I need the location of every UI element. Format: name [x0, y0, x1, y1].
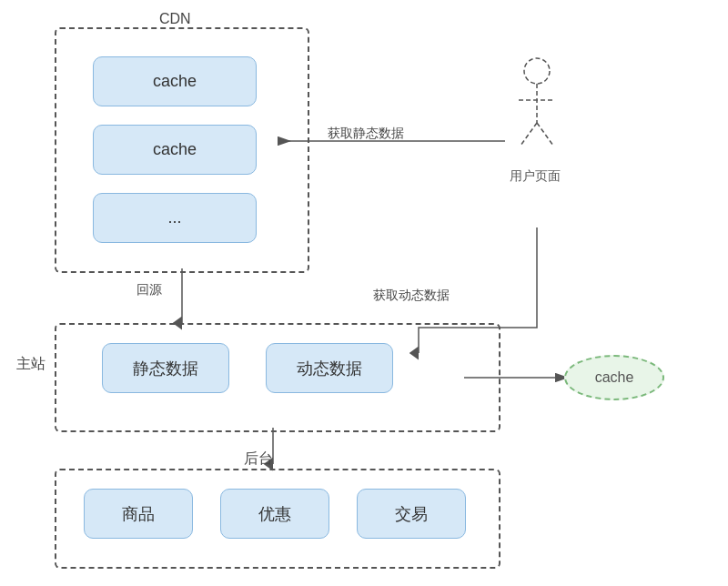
- svg-line-13: [537, 123, 553, 146]
- main-site-box: 静态数据 动态数据: [55, 323, 500, 432]
- get-static-label: 获取静态数据: [328, 126, 404, 142]
- svg-point-9: [524, 58, 550, 84]
- back-origin-label: 回源: [136, 282, 162, 298]
- cdn-label: CDN: [159, 11, 191, 27]
- main-site-label: 主站: [16, 355, 46, 374]
- cdn-box: cache cache ...: [55, 27, 309, 273]
- cache-box-3: ...: [93, 193, 257, 243]
- get-dynamic-label: 获取动态数据: [373, 288, 450, 304]
- backend-box: 商品 优惠 交易: [55, 469, 500, 569]
- dynamic-data-box: 动态数据: [266, 343, 393, 393]
- user-page-label: 用户页面: [510, 168, 561, 185]
- static-data-box: 静态数据: [102, 343, 229, 393]
- goods-box: 商品: [84, 489, 193, 539]
- user-figure: [510, 55, 564, 167]
- cache-box-1: cache: [93, 56, 257, 106]
- trade-box: 交易: [357, 489, 466, 539]
- cache-ellipse: cache: [564, 355, 664, 400]
- cache-box-2: cache: [93, 125, 257, 175]
- svg-line-12: [521, 123, 537, 146]
- diagram: CDN cache cache ... 主站 静态数据 动态数据 cache 后…: [0, 0, 728, 586]
- discount-box: 优惠: [220, 489, 329, 539]
- backend-label: 后台: [244, 450, 273, 469]
